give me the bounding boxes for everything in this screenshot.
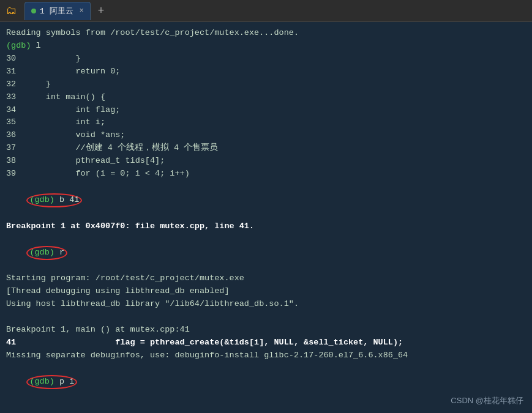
terminal-line: Starting program: /root/test/c_project/m… bbox=[6, 272, 526, 285]
terminal-line-result: $1 = 0 bbox=[6, 402, 526, 413]
terminal-line-breakpoint: Breakpoint 1 at 0x4007f0: file mutex.cpp… bbox=[6, 220, 526, 233]
active-tab[interactable]: 1 阿里云 × bbox=[24, 2, 91, 20]
terminal-line: 36 void *ans; bbox=[6, 129, 526, 142]
terminal-line: 30 } bbox=[6, 53, 526, 65]
terminal-line-gdb-r: (gdb) r bbox=[6, 233, 526, 273]
terminal-line-empty bbox=[6, 311, 526, 324]
terminal-line: 38 pthread_t tids[4]; bbox=[6, 155, 526, 168]
terminal-line: Missing separate debuginfos, use: debugi… bbox=[6, 349, 526, 362]
terminal-line-gdb-pi: (gdb) p i bbox=[6, 362, 526, 402]
terminal-line-code41: 41 flag = pthread_create(&tids[i], NULL,… bbox=[6, 337, 526, 349]
terminal-line: 34 int flag; bbox=[6, 104, 526, 117]
tab-bar: 🗂 1 阿里云 × + bbox=[0, 0, 532, 22]
tab-close-button[interactable]: × bbox=[80, 7, 84, 15]
tab-status-dot bbox=[31, 9, 36, 13]
terminal-area[interactable]: Reading symbols from /root/test/c_projec… bbox=[0, 22, 532, 413]
terminal-line: 39 for (i = 0; i < 4; i++) bbox=[6, 168, 526, 180]
terminal-line-gdb-b41: (gdb) b 41 bbox=[6, 180, 526, 220]
new-tab-button[interactable]: + bbox=[94, 4, 108, 17]
terminal-line: 35 int i; bbox=[6, 116, 526, 129]
annotation-gdb-b41: (gdb) b 41 bbox=[26, 193, 82, 207]
terminal-line: (gdb) l bbox=[6, 40, 526, 53]
terminal-line: 32 } bbox=[6, 78, 526, 91]
terminal-line: Reading symbols from /root/test/c_projec… bbox=[6, 27, 526, 40]
terminal-line: 33 int main() { bbox=[6, 91, 526, 104]
terminal-line: Breakpoint 1, main () at mutex.cpp:41 bbox=[6, 324, 526, 337]
terminal-line: [Thread debugging using libthread_db ena… bbox=[6, 285, 526, 298]
terminal-line: Using host libthread_db library "/lib64/… bbox=[6, 298, 526, 311]
tab-label: 1 阿里云 bbox=[40, 6, 73, 17]
terminal-line: 31 return 0; bbox=[6, 65, 526, 78]
folder-icon: 🗂 bbox=[2, 4, 21, 17]
watermark: CSDN @桂花年糕仔 bbox=[451, 395, 523, 407]
terminal-line: 37 //创建 4 个线程，模拟 4 个售票员 bbox=[6, 142, 526, 155]
annotation-gdb-r: (gdb) r bbox=[26, 246, 67, 260]
annotation-gdb-pi: (gdb) p i bbox=[26, 375, 77, 389]
